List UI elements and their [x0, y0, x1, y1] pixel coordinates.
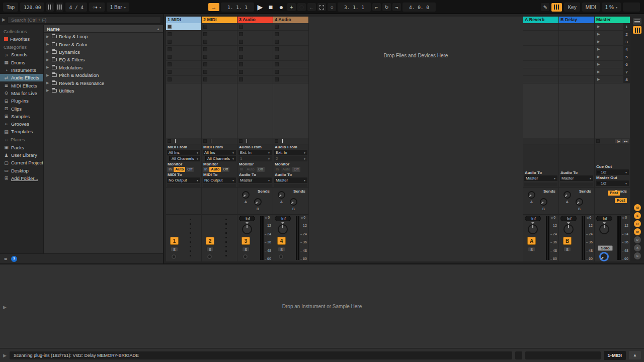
input-type-select[interactable]: Ext. In▼ — [238, 150, 272, 155]
scene-launch-icon[interactable]: ▶ — [597, 32, 623, 36]
folder-row-drive-color[interactable]: ▶Drive & Color — [44, 40, 163, 48]
arm-button[interactable] — [243, 254, 248, 259]
solo-button[interactable]: S — [171, 247, 178, 252]
play-button[interactable]: ▶ — [257, 3, 264, 12]
metronome-control[interactable]: ○●▾ — [89, 3, 105, 12]
scene-slot[interactable]: ▶3 — [595, 38, 630, 46]
clip-slot[interactable] — [202, 31, 237, 38]
clip-slot[interactable] — [273, 31, 308, 38]
sidebar-item-current-project[interactable]: ▢Current Project — [0, 159, 43, 166]
clip-slot[interactable] — [202, 76, 237, 83]
quantization-menu[interactable]: 1 Bar▾ — [107, 3, 129, 12]
monitor-in-button[interactable]: In — [238, 167, 245, 172]
clip-slot[interactable] — [166, 53, 201, 61]
expand-icon[interactable]: ▶ — [46, 35, 50, 39]
time-signature-field[interactable]: 4 / 4 — [65, 3, 87, 12]
sidebar-item-midi-effects[interactable]: ≣MIDI Effects — [0, 81, 43, 89]
stop-clip-button[interactable] — [275, 25, 279, 29]
stop-clip-button[interactable] — [168, 40, 172, 44]
track-activator[interactable]: 3 — [242, 237, 250, 245]
track-activator[interactable]: A — [527, 237, 536, 245]
expand-icon[interactable]: ▶ — [46, 42, 50, 46]
stop-clip-button[interactable] — [168, 62, 172, 66]
stop-clip-button[interactable] — [168, 25, 172, 29]
punch-out-button[interactable]: ¬ — [392, 3, 401, 11]
scene-slot[interactable]: ▶5 — [595, 53, 630, 61]
midi-keys-indicator-icon[interactable] — [633, 26, 641, 34]
stop-clip-button[interactable] — [239, 77, 243, 81]
clip-slot[interactable] — [202, 38, 237, 46]
folder-row-modulators[interactable]: ▶Modulators — [44, 64, 163, 71]
send-b-knob[interactable] — [288, 197, 299, 207]
expand-icon[interactable]: ▶ — [46, 81, 50, 85]
show-toggle-r[interactable]: R — [634, 220, 641, 227]
stop-transport-icon[interactable]: ▶■ — [622, 139, 629, 143]
clip-slot[interactable] — [273, 53, 308, 61]
stop-clip-button[interactable] — [239, 47, 243, 51]
stop-clip-button[interactable] — [168, 139, 171, 143]
sidebar-item-samples[interactable]: ⊞Samples — [0, 113, 43, 120]
overdub-button[interactable]: + — [287, 3, 296, 11]
stop-clip-button[interactable] — [203, 47, 207, 51]
show-toggle-io[interactable]: IO — [634, 204, 641, 211]
search-input[interactable] — [8, 16, 161, 24]
output-type-select[interactable]: No Output▼ — [203, 177, 236, 183]
monitor-off-button[interactable]: Off — [257, 167, 265, 172]
tempo-field[interactable]: 120.00 — [20, 3, 44, 12]
follow-button[interactable]: → — [208, 3, 219, 11]
input-type-select[interactable]: All Ins▼ — [203, 150, 236, 155]
track-volume[interactable]: -Inf — [596, 216, 612, 221]
stop-clip-button[interactable] — [203, 25, 207, 29]
arm-button[interactable] — [278, 254, 284, 259]
scene-launch-icon[interactable]: ▶ — [597, 25, 623, 29]
stop-clip-button[interactable] — [203, 32, 207, 36]
clip-slot[interactable] — [166, 38, 201, 46]
clip-slot[interactable] — [237, 31, 273, 38]
midi-map-button[interactable]: MIDI — [582, 3, 600, 12]
track-activator[interactable]: 1 — [170, 237, 179, 245]
scene-launch-icon[interactable]: ▶ — [597, 47, 623, 51]
clip-slot[interactable] — [237, 38, 273, 46]
nudge-down-button[interactable] — [46, 3, 54, 12]
send-a-knob[interactable] — [276, 190, 287, 200]
send-b-knob[interactable] — [253, 197, 263, 207]
solo-button[interactable]: S — [242, 247, 250, 252]
track-volume[interactable]: -Inf — [560, 216, 577, 221]
arrangement-position-field[interactable]: 1. 1. 1 — [221, 3, 254, 12]
stop-all-clips-button[interactable] — [596, 139, 600, 143]
show-toggle-m[interactable]: M — [634, 228, 641, 235]
monitor-off-button[interactable]: Off — [186, 167, 194, 172]
folder-row-pitch-modulation[interactable]: ▶Pitch & Modulation — [44, 71, 163, 79]
sidebar-item-instruments[interactable]: ◔Instruments — [0, 66, 43, 74]
stop-clip-button[interactable] — [275, 55, 279, 59]
clip-slot[interactable] — [166, 23, 201, 31]
folder-row-eq-filters[interactable]: ▶EQ & Filters — [44, 56, 163, 63]
folder-row-utilities[interactable]: ▶Utilities — [44, 87, 163, 95]
sidebar-item-packs[interactable]: ▣Packs — [0, 144, 43, 151]
monitor-auto-button[interactable]: Auto — [245, 167, 256, 172]
clip-slot[interactable] — [273, 23, 308, 31]
key-map-button[interactable]: Key — [564, 3, 580, 12]
loop-length-field[interactable]: 4. 0. 0 — [403, 3, 436, 12]
track-header[interactable]: 3 Audio — [237, 17, 273, 23]
sidebar-item-grooves[interactable]: ≈Grooves — [0, 120, 43, 128]
sidebar-item-favorites[interactable]: Favorites — [0, 35, 43, 43]
solo-button[interactable]: S — [564, 247, 571, 252]
show-hide-detail-button[interactable]: ▲ — [629, 351, 641, 359]
pan-knob[interactable] — [564, 224, 574, 234]
back-to-arrangement-icon[interactable]: ❙▶ — [615, 139, 621, 143]
stop-clip-button[interactable] — [168, 70, 172, 74]
stop-clips-row[interactable] — [166, 138, 201, 144]
clip-slot[interactable] — [237, 61, 273, 68]
send-a-knob[interactable] — [562, 190, 573, 200]
clip-slot[interactable] — [273, 46, 308, 53]
monitor-off-button[interactable]: Off — [292, 167, 300, 172]
clip-slot[interactable] — [166, 61, 201, 68]
post-toggle-a[interactable]: Post — [608, 191, 620, 196]
record-button[interactable]: ● — [278, 3, 285, 12]
track-activator[interactable]: 2 — [206, 237, 214, 245]
monitor-in-button[interactable]: In — [167, 167, 173, 172]
output-type-select[interactable]: Master▼ — [524, 175, 557, 181]
clip-slot[interactable] — [202, 46, 237, 53]
show-toggle-c[interactable]: C — [634, 252, 641, 259]
